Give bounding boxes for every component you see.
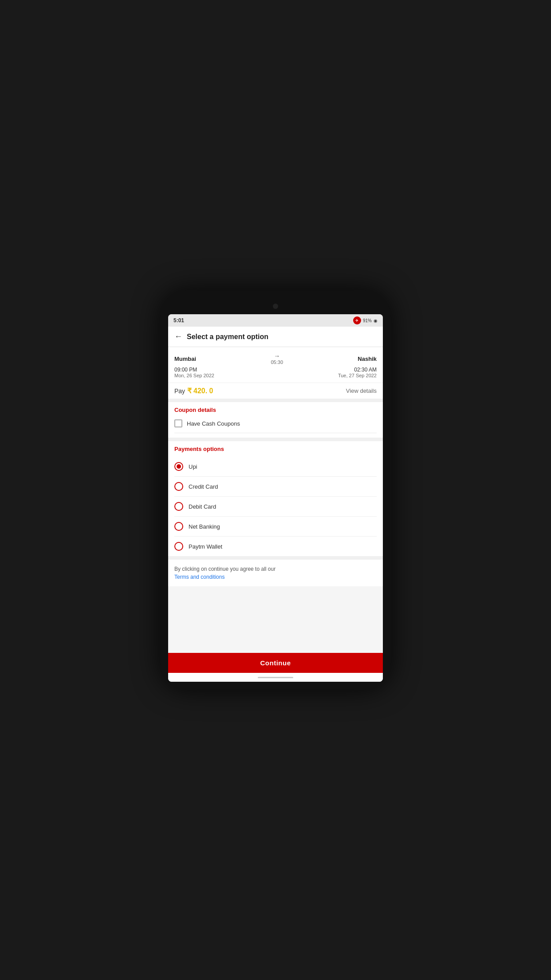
coupon-checkbox[interactable] <box>174 419 182 427</box>
pay-label: Pay <box>174 387 185 395</box>
payment-option-paytm[interactable]: Paytm Wallet <box>174 537 377 556</box>
terms-link[interactable]: Terms and conditions <box>174 574 224 580</box>
empty-gray-area <box>168 586 383 653</box>
coupon-section-title: Coupon details <box>174 407 377 413</box>
coupon-section: Coupon details Have Cash Coupons <box>168 402 383 438</box>
status-time: 5:01 <box>173 317 184 324</box>
radio-upi-inner <box>177 464 181 469</box>
phone-frame: 5:01 ✈ 91% ◉ ← Select a payment option M… <box>160 290 391 690</box>
section-divider-1 <box>168 399 383 402</box>
trip-times: 09:00 PM Mon, 26 Sep 2022 02:30 AM Tue, … <box>174 367 377 378</box>
radio-debit-card[interactable] <box>174 502 183 511</box>
payment-option-upi[interactable]: Upi <box>174 457 377 477</box>
back-button[interactable]: ← <box>174 332 182 341</box>
arrow-icon: → <box>274 352 280 360</box>
trip-arrow-section: → 05:30 <box>271 352 283 365</box>
status-icons: ✈ 91% ◉ <box>353 316 378 324</box>
origin-city: Mumbai <box>174 356 196 362</box>
payment-option-credit-card[interactable]: Credit Card <box>174 477 377 497</box>
payment-option-net-banking[interactable]: Net Banking <box>174 517 377 537</box>
payment-options-title: Payments options <box>174 446 377 452</box>
terms-text: By clicking on continue you agree to all… <box>174 565 377 581</box>
payment-label-paytm: Paytm Wallet <box>189 543 222 550</box>
radio-upi[interactable] <box>174 462 183 471</box>
phone-top <box>168 298 383 314</box>
continue-button[interactable]: Continue <box>168 653 383 673</box>
home-bar <box>258 677 293 678</box>
status-indicator-icon: ◉ <box>374 318 378 323</box>
payment-option-debit-card[interactable]: Debit Card <box>174 497 377 517</box>
arrival-date: Tue, 27 Sep 2022 <box>338 373 377 378</box>
radio-paytm[interactable] <box>174 542 183 551</box>
radio-credit-card[interactable] <box>174 482 183 491</box>
radio-net-banking[interactable] <box>174 522 183 531</box>
departure-time: 09:00 PM <box>174 367 214 373</box>
status-battery: 91% <box>363 318 372 323</box>
home-indicator <box>168 673 383 682</box>
page-title: Select a payment option <box>187 333 268 341</box>
phone-screen: 5:01 ✈ 91% ◉ ← Select a payment option M… <box>168 314 383 682</box>
scroll-content[interactable]: Coupon details Have Cash Coupons Payment… <box>168 402 383 653</box>
section-divider-2 <box>168 438 383 441</box>
airtel-logo-icon: ✈ <box>353 316 361 324</box>
status-bar: 5:01 ✈ 91% ◉ <box>168 314 383 327</box>
view-details-button[interactable]: View details <box>346 387 377 394</box>
departure-info: 09:00 PM Mon, 26 Sep 2022 <box>174 367 214 378</box>
pay-row: Pay ₹ 420. 0 View details <box>168 383 383 399</box>
phone-camera <box>273 304 278 309</box>
payment-label-upi: Upi <box>189 463 197 470</box>
destination-city: Nashik <box>358 356 377 362</box>
payment-label-credit-card: Credit Card <box>189 483 218 490</box>
coupon-divider <box>174 433 377 433</box>
trip-route: Mumbai → 05:30 Nashik <box>174 352 377 365</box>
coupon-checkbox-label: Have Cash Coupons <box>187 420 240 427</box>
trip-info: Mumbai → 05:30 Nashik 09:00 PM Mon, 26 S… <box>168 347 383 383</box>
payment-label-debit-card: Debit Card <box>189 503 216 510</box>
payment-label-net-banking: Net Banking <box>189 523 220 530</box>
arrival-time: 02:30 AM <box>354 367 377 373</box>
trip-duration: 05:30 <box>271 360 283 365</box>
app-header: ← Select a payment option <box>168 327 383 347</box>
continue-button-area: Continue <box>168 653 383 673</box>
departure-date: Mon, 26 Sep 2022 <box>174 373 214 378</box>
pay-info: Pay ₹ 420. 0 <box>174 387 213 395</box>
pay-amount: ₹ 420. 0 <box>187 387 213 395</box>
terms-section: By clicking on continue you agree to all… <box>168 556 383 586</box>
arrival-info: 02:30 AM Tue, 27 Sep 2022 <box>338 367 377 378</box>
payment-options-section: Payments options Upi Credit Card <box>168 441 383 556</box>
coupon-checkbox-row[interactable]: Have Cash Coupons <box>174 418 377 429</box>
